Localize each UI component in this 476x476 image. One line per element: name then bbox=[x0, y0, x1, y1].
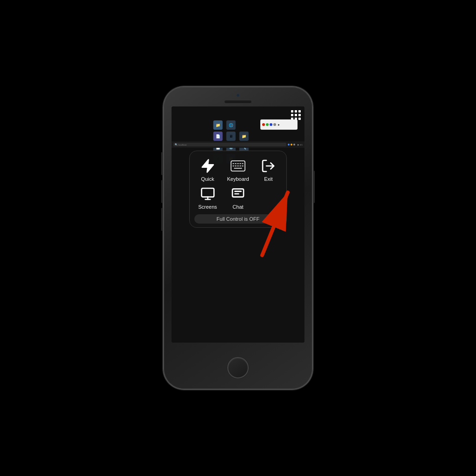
apps-grid-icon bbox=[291, 110, 301, 120]
exit-icon bbox=[261, 159, 276, 173]
svg-rect-14 bbox=[201, 188, 214, 197]
desktop-icon: 🖥 bbox=[226, 132, 236, 141]
overlay-grid: Quick bbox=[194, 158, 282, 210]
monitor-icon bbox=[200, 186, 215, 201]
widget-dot-red bbox=[262, 123, 265, 126]
bolt-icon-box bbox=[198, 158, 218, 174]
bolt-icon bbox=[200, 159, 215, 173]
desktop-icon: 📁 bbox=[213, 120, 223, 130]
phone-device: 📁 🌐 📄 🖥 📁 📄 ⚙️ 🔧 🖥 📁 bbox=[164, 87, 312, 389]
chat-icon bbox=[231, 186, 245, 201]
svg-rect-17 bbox=[232, 189, 244, 197]
chat-label: Chat bbox=[232, 204, 243, 210]
keyboard-label: Keyboard bbox=[227, 176, 249, 182]
widget-dot-gray bbox=[273, 123, 276, 126]
desktop-icon: 📄 bbox=[213, 132, 223, 141]
screens-label: Screens bbox=[198, 204, 217, 210]
widget-text: ▶ bbox=[278, 123, 280, 126]
phone-screen: 📁 🌐 📄 🖥 📁 📄 ⚙️ 🔧 🖥 📁 bbox=[172, 106, 304, 343]
phone-bottom bbox=[164, 343, 312, 389]
browser-bar: 🔍 localhost ▶ 4G bbox=[172, 141, 304, 148]
phone-top bbox=[164, 87, 312, 104]
camera bbox=[236, 93, 240, 97]
quick-button[interactable]: Quick bbox=[194, 158, 221, 182]
url-bar: 🔍 localhost bbox=[173, 143, 286, 146]
monitor-icon-box bbox=[198, 185, 218, 202]
exit-icon-box bbox=[258, 158, 278, 174]
full-control-status: Full Control is OFF bbox=[194, 214, 282, 224]
exit-label: Exit bbox=[264, 176, 272, 182]
widget-dot-green bbox=[266, 123, 269, 126]
home-button[interactable] bbox=[227, 357, 249, 378]
widget-dot-blue bbox=[270, 123, 272, 126]
screens-button[interactable]: Screens bbox=[194, 185, 221, 210]
svg-marker-0 bbox=[202, 160, 213, 172]
taskbar-widget: ▶ bbox=[260, 119, 298, 130]
browser-status: ▶ 4G bbox=[298, 143, 303, 146]
quick-action-overlay: Quick bbox=[189, 151, 287, 228]
keyboard-icon-box bbox=[228, 158, 248, 174]
desktop-area: 📁 🌐 📄 🖥 📁 📄 ⚙️ 🔧 🖥 📁 bbox=[172, 106, 304, 343]
browser-dots bbox=[288, 144, 295, 145]
desktop-icon: 📁 bbox=[239, 132, 249, 141]
desktop-icon: 🌐 bbox=[226, 120, 236, 130]
keyboard-icon bbox=[231, 159, 245, 173]
speaker bbox=[224, 100, 252, 104]
keyboard-button[interactable]: Keyboard bbox=[225, 158, 251, 182]
chat-button[interactable]: Chat bbox=[225, 185, 251, 210]
quick-label: Quick bbox=[201, 176, 214, 182]
exit-button[interactable]: Exit bbox=[255, 158, 282, 182]
chat-icon-box bbox=[228, 185, 248, 202]
